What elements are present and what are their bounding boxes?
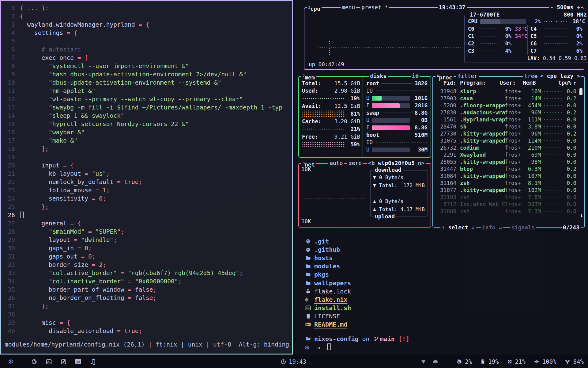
proc-filter-button[interactable]: filter xyxy=(456,72,479,80)
wifi-status[interactable]: 84% xyxy=(564,358,584,365)
file-item[interactable]: flake.lock xyxy=(305,287,351,295)
code-line[interactable]: 16 "waybar &" xyxy=(1,128,292,136)
code-line[interactable]: 32 border_size = 2; xyxy=(1,261,292,269)
code-area[interactable]: 1{ ... }:2{3 wayland.windowManager.hyprl… xyxy=(1,4,292,335)
proc-header-program[interactable]: Program: xyxy=(460,80,499,86)
proc-signals-control[interactable]: signals xyxy=(510,224,536,231)
disks-io-toggle[interactable]: io xyxy=(411,72,420,79)
proc-select-control[interactable]: ↑ select ↓ xyxy=(440,224,476,231)
editor-surface[interactable]: 1{ ... }:2{3 wayland.windowManager.hyprl… xyxy=(1,1,292,354)
terminal-cursor[interactable] xyxy=(327,343,331,350)
proc-row[interactable]: 5280.floorp-wrappefros+454M0.0 xyxy=(433,102,584,109)
proc-row[interactable]: 31077.kitty-wrappedfros+102M0.0 xyxy=(433,186,584,194)
code-line[interactable]: 33 "col.active_border" = "rgb(cba6f7) rg… xyxy=(1,269,292,277)
proc-header-mem[interactable]: MemB xyxy=(518,80,536,86)
floorp-launcher-icon[interactable] xyxy=(30,358,38,366)
code-line[interactable]: 27 general = { xyxy=(1,219,292,228)
proc-row[interactable]: 27830.audacious-wrafros+96M0.2 xyxy=(433,109,584,116)
proc-row[interactable]: 31086zshfros+7.3M0.0 xyxy=(433,208,584,215)
file-item[interactable]: hosts xyxy=(305,254,351,262)
code-line[interactable]: 26 xyxy=(1,211,292,219)
code-line[interactable]: 8 "systemctl --user import-environment &… xyxy=(1,62,292,70)
proc-tree-button[interactable]: tree xyxy=(523,72,539,80)
proc-header-user[interactable]: User: xyxy=(499,80,518,86)
proc-header-cpu[interactable]: Cpu% xyxy=(558,80,571,86)
code-line[interactable]: 38 xyxy=(1,310,292,319)
proc-box-title[interactable]: 4proc xyxy=(435,72,454,81)
discord-launcher-icon[interactable] xyxy=(74,358,82,366)
proc-row[interactable]: 27730.kitty-wrappedfros+96M0.2 xyxy=(433,130,584,137)
notes-launcher-icon[interactable] xyxy=(59,358,67,366)
code-line[interactable]: 36 no_border_on_floating = false; xyxy=(1,294,292,302)
code-line[interactable]: 1{ ... }: xyxy=(1,4,292,12)
interval-control[interactable]: - 500ms + xyxy=(549,4,581,11)
file-item[interactable]: modules xyxy=(305,262,351,270)
proc-sort-control[interactable]: < cpu lazy > xyxy=(539,72,581,80)
code-line[interactable]: 12 "wl-paste --primary --watch wl-copy -… xyxy=(1,95,292,103)
file-item[interactable]: README.md xyxy=(305,320,351,329)
code-line[interactable]: 30 gaps_in = 0; xyxy=(1,244,292,252)
code-line[interactable]: 40 disable_autoreload = true; xyxy=(1,327,292,335)
proc-row[interactable]: 26732codiumfros+210M0.0 xyxy=(433,144,584,151)
code-line[interactable]: 20 input = { xyxy=(1,161,292,170)
proc-row[interactable]: 2291Xwaylandfros+69M0.0 xyxy=(433,151,584,158)
code-line[interactable]: 35 border_part_of_window = false; xyxy=(1,286,292,294)
proc-row[interactable]: 31084.kitty-wrappedfros+107M0.0 xyxy=(433,172,584,179)
proc-info-control[interactable]: info ↵ xyxy=(481,224,503,231)
file-item[interactable]: .git xyxy=(305,237,351,245)
proc-row[interactable]: 31103zshfros+7.8M0.0 xyxy=(433,194,584,201)
code-line[interactable]: 15 "hyprctl setcursor Nordzy-cursors 22 … xyxy=(1,120,292,128)
nix-launcher-icon[interactable]: ❄ xyxy=(7,358,15,366)
file-item[interactable]: .github xyxy=(305,245,351,254)
disk-status[interactable]: 21% xyxy=(507,358,526,365)
proc-row[interactable]: 31447btopfros+6.3M0.2 xyxy=(433,165,584,172)
code-line[interactable]: 19 xyxy=(1,153,292,161)
code-line[interactable]: 13 "swaybg -m fill -i $(find ~/Pictures/… xyxy=(1,103,292,112)
proc-row[interactable]: 28055.kitty-wrappedfros+98M0.0 xyxy=(433,158,584,165)
proc-row[interactable]: 31075.kitty-wrappedfros+114M0.0 xyxy=(433,137,584,144)
code-line[interactable]: 3 wayland.windowManager.hyprland = { xyxy=(1,21,292,29)
code-line[interactable]: 5 xyxy=(1,37,292,45)
code-line[interactable]: 2{ xyxy=(1,12,292,21)
proc-sort-arrow[interactable]: ↑ xyxy=(573,80,576,86)
menu-button[interactable]: menu xyxy=(341,4,356,11)
file-item[interactable]: pkgs xyxy=(305,270,351,279)
code-line[interactable]: 14 "sleep 1 && swaylock" xyxy=(1,112,292,120)
code-line[interactable]: 18 ]; xyxy=(1,145,292,153)
code-line[interactable]: 17 "mako &" xyxy=(1,136,292,145)
code-line[interactable]: 22 numlock_by_default = true; xyxy=(1,178,292,186)
code-line[interactable]: 39 misc = { xyxy=(1,319,292,327)
file-item[interactable]: wallpapers xyxy=(305,279,351,287)
proc-row[interactable]: 27903cavafros+14M0.2 xyxy=(433,95,584,102)
code-line[interactable]: 10 "dbus-update-activation-environment -… xyxy=(1,79,292,87)
code-line[interactable]: 37 }; xyxy=(1,302,292,310)
code-line[interactable]: 24 sensitivity = 0; xyxy=(1,194,292,203)
taskbar-clock[interactable]: 19:43 xyxy=(281,358,306,365)
music-launcher-icon[interactable]: ♫ xyxy=(89,358,97,366)
proc-scroll-down-icon[interactable]: ↓ xyxy=(580,212,583,218)
terminal-window[interactable]: .git.githubhostsmodulespkgswallpapersfla… xyxy=(295,231,588,355)
file-item[interactable]: LICENSE xyxy=(305,312,351,320)
code-line[interactable]: 11 "nm-applet &" xyxy=(1,87,292,95)
code-line[interactable]: 7 exec-once = [ xyxy=(1,54,292,62)
net-auto-button[interactable]: auto xyxy=(328,159,344,167)
cpu-box-title[interactable]: 1cpu xyxy=(307,4,322,13)
code-line[interactable]: 6 # autostart xyxy=(1,45,292,54)
proc-row[interactable]: 31164zshfros+8.1M0.0 xyxy=(433,179,584,186)
code-line[interactable]: 9 "hash dbus-update-activation-environme… xyxy=(1,70,292,79)
code-line[interactable]: 25 }; xyxy=(1,203,292,211)
cloud-tray-icon[interactable] xyxy=(432,358,439,365)
code-line[interactable]: 4 settings = { xyxy=(1,29,292,37)
code-line[interactable]: 29 layout = "dwindle"; xyxy=(1,236,292,244)
file-item[interactable]: ❄flake.nix xyxy=(305,295,351,304)
code-line[interactable]: 34 "col.inactive_border" = "0x00000000"; xyxy=(1,277,292,286)
code-line[interactable]: 23 follow_mouse = 1; xyxy=(1,186,292,194)
proc-row[interactable]: 5712Isolated Web Cfros+303M0.0 xyxy=(433,201,584,208)
proc-row[interactable]: 31948slurpfros+16M0.0 xyxy=(433,88,584,95)
file-item[interactable]: install.sh xyxy=(305,304,351,312)
preset-button[interactable]: preset * xyxy=(360,4,389,11)
chip-status[interactable]: 2% xyxy=(456,358,472,365)
code-line[interactable]: 28 "$mainMod" = "SUPER"; xyxy=(1,228,292,236)
speaker-status[interactable]: 100% xyxy=(533,358,556,365)
net-interface-switch[interactable]: <b wlp0s20f0u5 n> xyxy=(367,159,426,167)
